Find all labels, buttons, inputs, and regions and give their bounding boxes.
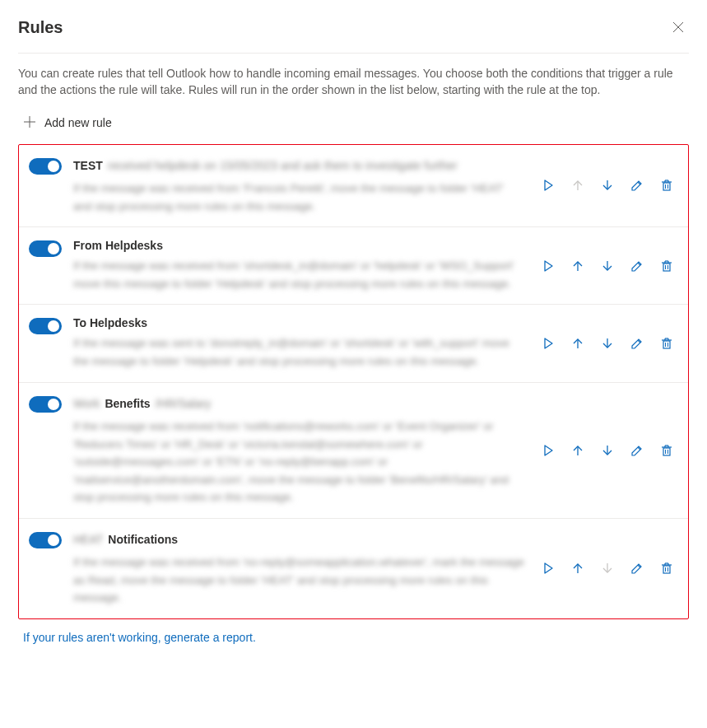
rule-description-obscured: If the message was sent to 'donotreply_i… xyxy=(73,334,525,370)
move-up-button-icon xyxy=(571,444,584,457)
rule-toggle[interactable] xyxy=(29,158,62,175)
rule-title-prefix-obscured: HEAT xyxy=(73,530,103,548)
move-down-button[interactable] xyxy=(596,439,619,462)
rule-title: From Helpdesks xyxy=(73,239,525,252)
intro-text: You can create rules that tell Outlook h… xyxy=(18,53,689,99)
delete-rule-button-icon xyxy=(660,444,673,457)
rule-title: TESTreceived helpdesk on 15/05/2023 and … xyxy=(73,156,525,175)
edit-rule-button-icon xyxy=(630,337,644,350)
move-up-button[interactable] xyxy=(566,557,589,580)
delete-rule-button[interactable] xyxy=(655,439,678,462)
run-rule-button[interactable] xyxy=(537,557,560,580)
rule-toggle[interactable] xyxy=(29,396,62,413)
run-rule-button[interactable] xyxy=(537,174,560,197)
rule-row: HEATNotificationsIf the message was rece… xyxy=(19,519,688,618)
rule-row: To HelpdesksIf the message was sent to '… xyxy=(19,305,688,382)
move-up-button[interactable] xyxy=(566,254,589,278)
rule-description-obscured: If the message was received from 'Franco… xyxy=(73,180,525,215)
rule-title-suffix-obscured: /HR/Salary xyxy=(156,394,212,413)
rule-description-obscured: If the message was received from 'notifi… xyxy=(73,418,525,506)
rule-body: WorkBenefits/HR/SalaryIf the message was… xyxy=(73,394,525,506)
rule-row: WorkBenefits/HR/SalaryIf the message was… xyxy=(19,383,688,519)
run-rule-button-icon xyxy=(542,337,555,350)
close-button[interactable] xyxy=(667,16,689,38)
rule-toggle[interactable] xyxy=(29,240,62,257)
run-rule-button-icon xyxy=(542,444,555,457)
rule-body: HEATNotificationsIf the message was rece… xyxy=(73,530,525,607)
delete-rule-button-icon xyxy=(660,179,673,192)
rule-body: To HelpdesksIf the message was sent to '… xyxy=(73,316,525,370)
move-up-button-icon xyxy=(571,562,584,575)
delete-rule-button[interactable] xyxy=(655,254,678,278)
rule-title: WorkBenefits/HR/Salary xyxy=(73,394,525,413)
run-rule-button[interactable] xyxy=(537,254,560,278)
delete-rule-button[interactable] xyxy=(655,557,678,580)
move-up-button[interactable] xyxy=(566,439,589,462)
move-down-button-icon xyxy=(601,337,614,350)
delete-rule-button[interactable] xyxy=(655,174,678,197)
rule-name: TEST xyxy=(73,159,103,172)
rule-actions xyxy=(537,254,678,278)
move-down-button[interactable] xyxy=(596,332,619,355)
rule-body: From HelpdesksIf the message was receive… xyxy=(73,239,525,292)
rule-actions xyxy=(537,557,678,580)
delete-rule-button-icon xyxy=(660,259,673,273)
move-down-button[interactable] xyxy=(596,174,619,197)
plus-icon xyxy=(23,115,36,131)
edit-rule-button-icon xyxy=(630,179,644,192)
generate-report-link[interactable]: If your rules aren't working, generate a… xyxy=(23,631,256,644)
move-down-button-icon xyxy=(601,179,614,192)
edit-rule-button[interactable] xyxy=(626,254,649,278)
run-rule-button[interactable] xyxy=(537,332,560,355)
rule-description-obscured: If the message was received from 'shortd… xyxy=(73,257,525,292)
rule-title-obscured: received helpdesk on 15/05/2023 and ask … xyxy=(108,156,458,175)
rule-title: HEATNotifications xyxy=(73,530,525,548)
edit-rule-button-icon xyxy=(630,562,644,575)
edit-rule-button[interactable] xyxy=(626,174,649,197)
run-rule-button-icon xyxy=(542,562,555,575)
rule-actions xyxy=(537,332,678,355)
rule-body: TESTreceived helpdesk on 15/05/2023 and … xyxy=(73,156,525,216)
rules-list-highlighted: TESTreceived helpdesk on 15/05/2023 and … xyxy=(18,144,689,619)
rule-name: Benefits xyxy=(105,397,150,410)
run-rule-button-icon xyxy=(542,259,555,273)
rule-toggle[interactable] xyxy=(29,532,62,548)
rule-name: From Helpdesks xyxy=(73,239,163,252)
move-down-button-icon xyxy=(601,562,614,575)
rule-title-prefix-obscured: Work xyxy=(73,394,100,413)
move-up-button-icon xyxy=(571,337,584,350)
edit-rule-button[interactable] xyxy=(626,439,649,462)
run-rule-button[interactable] xyxy=(537,439,560,462)
page-title: Rules xyxy=(18,18,63,37)
rule-actions xyxy=(537,174,678,197)
rule-description-obscured: If the message was received from 'no-rep… xyxy=(73,553,525,607)
move-down-button xyxy=(596,557,619,580)
rule-name: Notifications xyxy=(108,533,178,546)
edit-rule-button[interactable] xyxy=(626,332,649,355)
move-down-button[interactable] xyxy=(596,254,619,278)
edit-rule-button[interactable] xyxy=(626,557,649,580)
delete-rule-button[interactable] xyxy=(655,332,678,355)
move-up-button[interactable] xyxy=(566,332,589,355)
rule-actions xyxy=(537,439,678,462)
move-down-button-icon xyxy=(601,259,614,273)
close-icon xyxy=(672,21,684,33)
rule-row: TESTreceived helpdesk on 15/05/2023 and … xyxy=(19,145,688,228)
add-new-rule-label: Add new rule xyxy=(44,116,112,129)
edit-rule-button-icon xyxy=(630,259,644,273)
rule-toggle[interactable] xyxy=(29,318,62,334)
rule-title: To Helpdesks xyxy=(73,316,525,329)
delete-rule-button-icon xyxy=(660,337,673,350)
add-new-rule-button[interactable]: Add new rule xyxy=(18,112,689,144)
run-rule-button-icon xyxy=(542,179,555,192)
move-up-button-icon xyxy=(571,179,584,192)
move-up-button-icon xyxy=(571,259,584,273)
edit-rule-button-icon xyxy=(630,444,644,457)
move-up-button xyxy=(566,174,589,197)
delete-rule-button-icon xyxy=(660,562,673,575)
rule-name: To Helpdesks xyxy=(73,316,147,329)
move-down-button-icon xyxy=(601,444,614,457)
rule-row: From HelpdesksIf the message was receive… xyxy=(19,227,688,305)
